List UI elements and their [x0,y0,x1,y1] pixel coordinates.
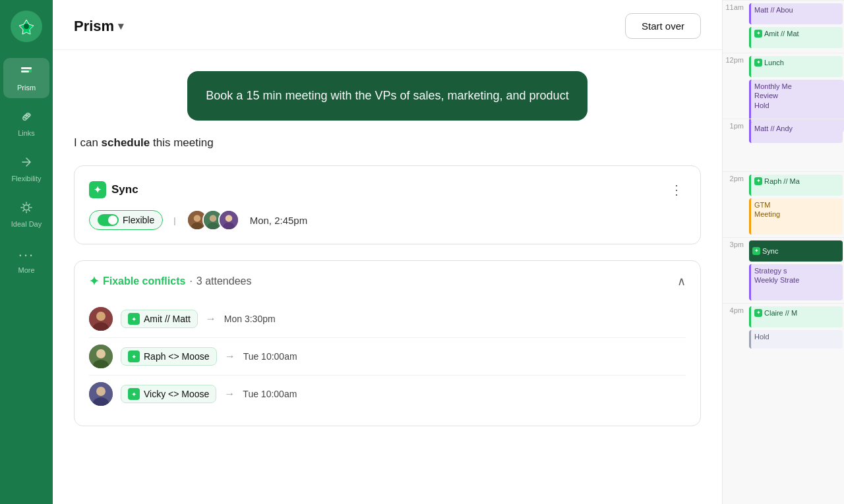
conflict-avatar-vicky [89,382,113,406]
conflict-label-amit: ✦ Amit // Matt [121,310,198,328]
conflict-time-amit: Mon 3:30pm [224,314,276,324]
flexible-toggle[interactable] [98,214,119,226]
response-prefix: I can [74,136,102,149]
event-icon-amit-mat: ✦ [754,30,762,38]
header-title-container: Prism ▾ [74,18,123,35]
conflict-row-amit: ✦ Amit // Matt → Mon 3:30pm [89,300,686,338]
meeting-time: Mon, 2:45pm [250,215,308,226]
sidebar-item-prism[interactable]: Prism [3,58,49,98]
time-slot-12pm: 12pm ✦ Lunch Monthly MeReviewHold [723,53,844,119]
start-over-button[interactable]: Start over [625,13,701,39]
main-content: Prism ▾ Start over Book a 15 min meeting… [53,0,722,504]
svg-point-9 [209,215,216,222]
sync-card-title: ✦ Sync [89,181,138,198]
cal-event-amit-mat: ✦ Amit // Mat [749,27,843,48]
sidebar-item-more[interactable]: ··· More [3,240,49,281]
cal-event-gtm: GTMMeeting [749,198,843,235]
conflict-arrow-raph: → [225,350,235,362]
conflict-star-icon-raph: ✦ [128,350,140,362]
card-separator: | [173,215,175,225]
cal-event-hold: Hold [749,330,843,349]
sync-card-body: Flexible | [89,210,686,231]
conflicts-title: ✦ Fixable conflicts · 3 attendees [89,274,251,289]
message-bubble: Book a 15 min meeting with the VPs of sa… [187,71,587,121]
svg-point-12 [225,215,232,222]
title-caret[interactable]: ▾ [118,20,123,32]
conflicts-card: ✦ Fixable conflicts · 3 attendees ∧ [74,260,701,426]
sync-star-icon: ✦ [89,181,106,198]
flexibility-icon [20,155,33,172]
svg-point-6 [193,215,200,222]
conflict-star-icon-vicky: ✦ [128,388,140,400]
time-label-3pm: 3pm [723,238,746,248]
events-11am: Matt // Abou ✦ Amit // Mat [746,1,844,53]
conflict-avatar-amit [89,307,113,331]
conflict-row-raph: ✦ Raph <> Moose → Tue 10:00am [89,338,686,376]
conflicts-separator: · [189,275,192,287]
svg-rect-3 [29,69,32,72]
cal-event-matt-andy: Matt // Andy [749,122,843,143]
events-1pm: Matt // Andy [746,119,844,171]
conflict-star-icon-amit: ✦ [128,313,140,325]
flexible-label: Flexible [123,215,154,225]
cal-event-matt-abou: Matt // Abou [749,3,843,24]
sidebar-item-flexibility[interactable]: Flexibility [3,149,49,189]
sidebar-item-label-prism: Prism [17,84,36,92]
conflicts-attendees-count: 3 attendees [196,275,252,287]
header: Prism ▾ Start over [53,0,722,50]
calendar-inner: 11am Matt // Abou ✦ Amit // Mat 12pm ✦ L… [723,0,844,504]
sidebar-item-links[interactable]: Links [3,103,49,144]
conflict-arrow-amit: → [206,313,216,325]
conflict-avatar-raph [89,345,113,368]
sidebar-item-label-flexibility: Flexibility [11,175,41,182]
svg-point-15 [96,312,106,321]
sync-card: ✦ Sync ⋮ Flexible | [74,165,701,244]
conflict-name-raph: Raph <> Moose [144,351,210,362]
cal-event-raph-ma: ✦ Raph // Ma [749,175,843,196]
event-icon-lunch: ✦ [754,59,762,67]
conflicts-card-header: ✦ Fixable conflicts · 3 attendees ∧ [89,274,686,289]
sync-more-menu[interactable]: ⋮ [667,179,686,200]
svg-point-21 [96,387,106,396]
time-slot-1pm: 1pm Matt // Andy [723,119,844,171]
attendee-avatars [187,210,239,231]
cal-event-claire: ✦ Claire // M [749,306,843,327]
time-slot-4pm: 4pm ✦ Claire // M Hold [723,303,844,356]
svg-point-18 [96,349,106,358]
svg-point-0 [24,24,29,29]
time-label-1pm: 1pm [723,119,746,130]
time-slot-3pm: 3pm ✦ Sync Strategy sWeekly Strate [723,237,844,303]
ideal-day-icon [20,201,33,217]
conflicts-collapse-button[interactable]: ∧ [677,274,686,289]
svg-point-4 [24,205,29,210]
app-logo[interactable] [11,11,42,42]
flexible-badge[interactable]: Flexible [89,210,163,230]
conflict-arrow-vicky: → [224,388,235,400]
cal-event-lunch: ✦ Lunch [749,56,843,77]
conflict-label-raph: ✦ Raph <> Moose [121,347,217,366]
event-icon-claire: ✦ [754,309,762,317]
prism-icon [20,65,33,81]
sidebar-item-label-more: More [18,266,34,274]
cal-event-sync: ✦ Sync [749,240,843,262]
sidebar: Prism Links Flexibility Ideal Day [0,0,53,504]
time-label-2pm: 2pm [723,172,746,182]
conflict-name-amit: Amit // Matt [144,314,191,324]
sync-card-header: ✦ Sync ⋮ [89,179,686,200]
event-icon-raph-ma: ✦ [754,177,762,185]
calendar-panel: 11am Matt // Abou ✦ Amit // Mat 12pm ✦ L… [722,0,844,504]
conflict-time-raph: Tue 10:00am [243,351,297,362]
sidebar-item-label-links: Links [18,129,35,137]
conflicts-star-icon: ✦ [89,274,99,289]
events-4pm: ✦ Claire // M Hold [746,304,844,356]
event-icon-sync: ✦ [752,247,760,255]
conflict-time-vicky: Tue 10:00am [243,389,297,399]
conflict-row-vicky: ✦ Vicky <> Moose → Tue 10:00am [89,376,686,412]
sidebar-item-ideal-day[interactable]: Ideal Day [3,194,49,235]
time-label-4pm: 4pm [723,304,746,314]
response-suffix: this meeting [150,136,213,149]
sidebar-item-label-ideal-day: Ideal Day [11,220,42,228]
svg-rect-1 [21,67,32,69]
message-text: Book a 15 min meeting with the VPs of sa… [206,89,568,102]
events-12pm: ✦ Lunch Monthly MeReviewHold [746,53,844,119]
